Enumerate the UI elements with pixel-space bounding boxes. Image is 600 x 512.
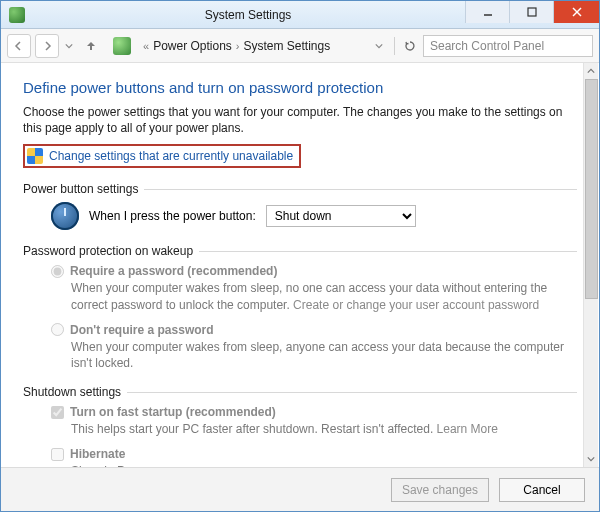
learn-more-link[interactable]: Learn More xyxy=(437,422,498,436)
fast-startup-desc: This helps start your PC faster after sh… xyxy=(71,422,437,436)
power-icon xyxy=(51,202,79,230)
section-shutdown: Shutdown settings xyxy=(23,385,577,399)
fast-startup-label: Turn on fast startup (recommended) xyxy=(70,405,276,419)
require-password-radio xyxy=(51,265,64,278)
vertical-scrollbar[interactable] xyxy=(583,63,598,467)
section-power-button: Power button settings xyxy=(23,182,577,196)
up-button[interactable] xyxy=(79,34,103,58)
history-dropdown[interactable] xyxy=(63,34,75,58)
breadcrumb-level-1[interactable]: Power Options xyxy=(153,39,232,53)
search-placeholder: Search Control Panel xyxy=(430,39,544,53)
chevron-left-icon: « xyxy=(139,40,153,52)
fast-startup-checkbox xyxy=(51,406,64,419)
breadcrumb-level-2[interactable]: System Settings xyxy=(244,39,331,53)
require-password-label: Require a password (recommended) xyxy=(70,264,277,278)
shield-icon xyxy=(27,148,43,164)
hibernate-checkbox xyxy=(51,448,64,461)
option-require-password: Require a password (recommended) When yo… xyxy=(51,264,577,312)
breadcrumb-dropdown[interactable] xyxy=(370,37,388,55)
page-description: Choose the power settings that you want … xyxy=(23,104,577,136)
svg-rect-1 xyxy=(528,8,536,16)
search-input[interactable]: Search Control Panel xyxy=(423,35,593,57)
option-fast-startup: Turn on fast startup (recommended) This … xyxy=(51,405,577,437)
navbar: « Power Options › System Settings Search… xyxy=(1,29,599,63)
close-button[interactable] xyxy=(553,1,599,23)
titlebar: System Settings xyxy=(1,1,599,29)
refresh-button[interactable] xyxy=(401,37,419,55)
option-hibernate: Hibernate Show in Power menu xyxy=(51,447,577,467)
create-password-link[interactable]: Create or change your user account passw… xyxy=(293,298,539,312)
breadcrumb[interactable]: « Power Options › System Settings xyxy=(139,39,366,53)
location-icon xyxy=(113,37,131,55)
separator xyxy=(394,37,395,55)
cancel-button[interactable]: Cancel xyxy=(499,478,585,502)
press-power-label: When I press the power button: xyxy=(89,209,256,223)
dont-require-password-desc: When your computer wakes from sleep, any… xyxy=(71,339,577,371)
dont-require-password-radio xyxy=(51,323,64,336)
page-title: Define power buttons and turn on passwor… xyxy=(23,79,577,96)
scroll-thumb[interactable] xyxy=(585,79,598,299)
window-title: System Settings xyxy=(31,8,465,22)
change-settings-highlight: Change settings that are currently unava… xyxy=(23,144,301,168)
section-password: Password protection on wakeup xyxy=(23,244,577,258)
back-button[interactable] xyxy=(7,34,31,58)
content-area: Define power buttons and turn on passwor… xyxy=(1,63,599,467)
option-dont-require-password: Don't require a password When your compu… xyxy=(51,323,577,371)
scroll-up-button[interactable] xyxy=(584,63,598,79)
window-controls xyxy=(465,1,599,28)
app-icon xyxy=(9,7,25,23)
footer: Save changes Cancel xyxy=(1,467,599,511)
dont-require-password-label: Don't require a password xyxy=(70,323,214,337)
scroll-down-button[interactable] xyxy=(584,451,598,467)
change-settings-link[interactable]: Change settings that are currently unava… xyxy=(49,149,293,163)
maximize-button[interactable] xyxy=(509,1,553,23)
minimize-button[interactable] xyxy=(465,1,509,23)
save-button[interactable]: Save changes xyxy=(391,478,489,502)
hibernate-label: Hibernate xyxy=(70,447,125,461)
power-button-action-select[interactable]: Shut down xyxy=(266,205,416,227)
chevron-right-icon: › xyxy=(232,40,244,52)
forward-button[interactable] xyxy=(35,34,59,58)
